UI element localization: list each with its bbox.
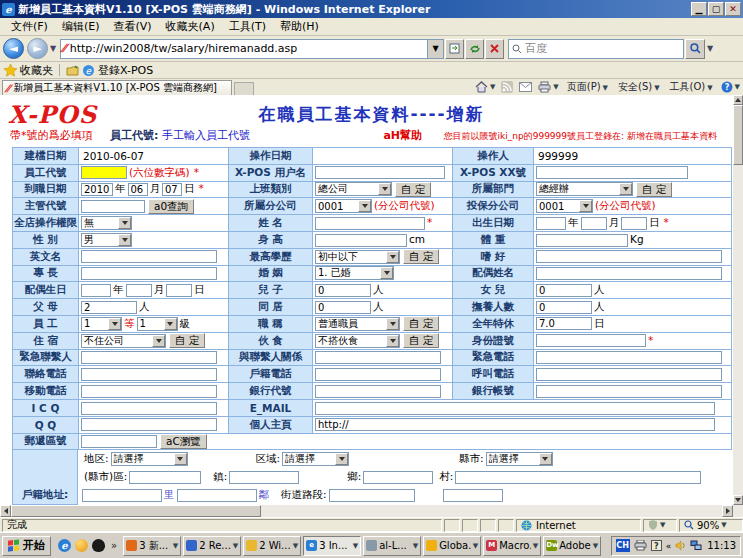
address-dropdown-icon[interactable]: ▼ bbox=[428, 39, 444, 59]
form-select[interactable]: 不搭伙食 bbox=[315, 334, 400, 348]
form-input[interactable] bbox=[536, 217, 566, 230]
form-select[interactable]: 0001 bbox=[536, 199, 593, 213]
help-icon[interactable]: ?▼ bbox=[721, 81, 740, 93]
form-input[interactable] bbox=[581, 217, 607, 230]
form-input[interactable] bbox=[162, 183, 182, 196]
form-input[interactable] bbox=[443, 489, 503, 502]
command-page[interactable]: 页面(P)▼ bbox=[562, 80, 613, 94]
form-input[interactable] bbox=[177, 489, 257, 502]
help-link[interactable]: aH幫助 bbox=[383, 129, 422, 142]
form-input[interactable] bbox=[129, 471, 201, 484]
favorites-link[interactable]: 登錄X-POS bbox=[98, 63, 153, 78]
quick-ie-icon[interactable]: e bbox=[58, 539, 71, 552]
menu-item[interactable]: 帮助(H) bbox=[273, 18, 326, 35]
form-button[interactable]: a0查詢 bbox=[148, 199, 194, 214]
close-button[interactable]: ✕ bbox=[725, 2, 741, 16]
form-input[interactable] bbox=[536, 334, 646, 347]
form-select[interactable]: 1. 已婚 bbox=[315, 266, 394, 280]
forward-button[interactable]: ► bbox=[27, 38, 48, 59]
form-input[interactable] bbox=[455, 471, 701, 484]
zoom-control[interactable]: 90%▼ bbox=[679, 519, 743, 532]
form-input[interactable] bbox=[315, 385, 441, 398]
chevron-down-icon[interactable] bbox=[118, 234, 131, 246]
tab-active[interactable]: ⁄⁄ 新增員工基本資料V1.10 [X-POS 雲端商務網] bbox=[2, 80, 232, 95]
form-input[interactable] bbox=[315, 418, 715, 431]
task-group-dropdown-icon[interactable]: ▼ bbox=[293, 542, 298, 550]
form-input[interactable] bbox=[536, 234, 628, 247]
form-button[interactable]: 自 定 bbox=[395, 182, 431, 197]
address-field[interactable]: ⁄⁄ http://win2008/tw/salary/hiremanadd.a… bbox=[60, 39, 428, 59]
chevron-down-icon[interactable] bbox=[164, 318, 177, 330]
horizontal-scroll-thumb[interactable] bbox=[11, 505, 261, 517]
form-input[interactable] bbox=[536, 351, 722, 364]
form-input[interactable] bbox=[536, 385, 722, 398]
search-input[interactable]: 百度 bbox=[508, 39, 684, 59]
protected-mode-pane[interactable]: ▼ bbox=[643, 519, 677, 532]
quick-messenger-icon[interactable] bbox=[75, 539, 88, 552]
menu-item[interactable]: 文件(F) bbox=[4, 18, 55, 35]
form-input[interactable] bbox=[126, 284, 152, 297]
menu-item[interactable]: 编辑(E) bbox=[55, 18, 107, 35]
language-indicator[interactable]: CH bbox=[616, 539, 630, 552]
form-select[interactable]: 普通職員 bbox=[315, 317, 400, 331]
task-group-dropdown-icon[interactable]: ▼ bbox=[533, 542, 538, 550]
chevron-down-icon[interactable] bbox=[386, 335, 399, 347]
print-icon[interactable]: ▼ bbox=[538, 81, 558, 93]
form-input[interactable] bbox=[82, 489, 162, 502]
form-input[interactable] bbox=[536, 317, 592, 330]
form-input[interactable] bbox=[315, 351, 441, 364]
form-input[interactable] bbox=[81, 284, 111, 297]
form-input[interactable] bbox=[315, 402, 715, 415]
chevron-down-icon[interactable] bbox=[378, 183, 391, 195]
form-select[interactable]: 請選擇 bbox=[111, 452, 188, 466]
form-input[interactable] bbox=[315, 368, 441, 381]
chevron-down-icon[interactable] bbox=[118, 217, 131, 229]
form-button[interactable]: 自 定 bbox=[403, 333, 439, 348]
taskbar-task-button[interactable]: 2 Re...▼ bbox=[183, 536, 241, 556]
search-go-icon[interactable] bbox=[685, 39, 705, 59]
new-tab-button[interactable] bbox=[234, 82, 254, 95]
taskbar-task-button[interactable]: MMacro...▼ bbox=[483, 536, 541, 556]
form-input[interactable] bbox=[128, 183, 148, 196]
form-button[interactable]: 自 定 bbox=[636, 182, 672, 197]
refresh-button[interactable] bbox=[465, 39, 484, 59]
quick-qq-icon[interactable] bbox=[92, 539, 105, 552]
form-input[interactable] bbox=[621, 217, 647, 230]
quick-launch-overflow-icon[interactable]: » bbox=[111, 540, 117, 551]
address-url[interactable]: http://win2008/tw/salary/hiremanadd.asp bbox=[70, 42, 425, 55]
stop-button[interactable] bbox=[485, 39, 504, 59]
form-select[interactable]: 1 bbox=[81, 317, 122, 331]
command-safety[interactable]: 安全(S)▼ bbox=[613, 80, 665, 94]
form-input[interactable] bbox=[81, 385, 217, 398]
form-input[interactable] bbox=[536, 368, 722, 381]
add-favorites-folder-icon[interactable] bbox=[66, 64, 79, 77]
form-input[interactable] bbox=[81, 183, 113, 196]
chevron-down-icon[interactable] bbox=[108, 318, 121, 330]
task-group-dropdown-icon[interactable]: ▼ bbox=[413, 542, 418, 550]
menu-item[interactable]: 收藏夹(A) bbox=[159, 18, 222, 35]
search-options-dropdown-icon[interactable]: ▼ bbox=[705, 44, 715, 53]
home-icon[interactable]: ▼ bbox=[475, 81, 495, 93]
horizontal-scrollbar[interactable] bbox=[0, 505, 743, 517]
chevron-down-icon[interactable] bbox=[335, 453, 348, 465]
chevron-down-icon[interactable] bbox=[619, 183, 632, 195]
form-select[interactable]: 不住公司 bbox=[81, 334, 166, 348]
maximize-button[interactable]: ▢ bbox=[708, 2, 724, 16]
hide-icons-chevron-icon[interactable]: « bbox=[666, 541, 672, 551]
back-button[interactable]: ◄ bbox=[3, 38, 24, 59]
form-select[interactable]: 1 bbox=[137, 317, 178, 331]
manual-emp-code-link[interactable]: 手工輸入員工代號 bbox=[162, 129, 250, 142]
form-input[interactable] bbox=[536, 166, 688, 179]
form-select[interactable]: 0001 bbox=[315, 199, 372, 213]
taskbar-task-button[interactable]: 3 新...▼ bbox=[123, 536, 181, 556]
form-select[interactable]: 總經辦 bbox=[536, 182, 633, 196]
scroll-left-icon[interactable] bbox=[0, 505, 11, 517]
form-button[interactable]: 自 定 bbox=[169, 333, 205, 348]
form-input[interactable] bbox=[81, 267, 217, 280]
form-select[interactable]: 請選擇 bbox=[486, 452, 553, 466]
chevron-down-icon[interactable] bbox=[152, 335, 165, 347]
task-group-dropdown-icon[interactable]: ▼ bbox=[233, 542, 238, 550]
form-select[interactable]: 無 bbox=[81, 216, 132, 230]
chevron-down-icon[interactable] bbox=[174, 453, 187, 465]
form-input[interactable] bbox=[315, 166, 445, 179]
